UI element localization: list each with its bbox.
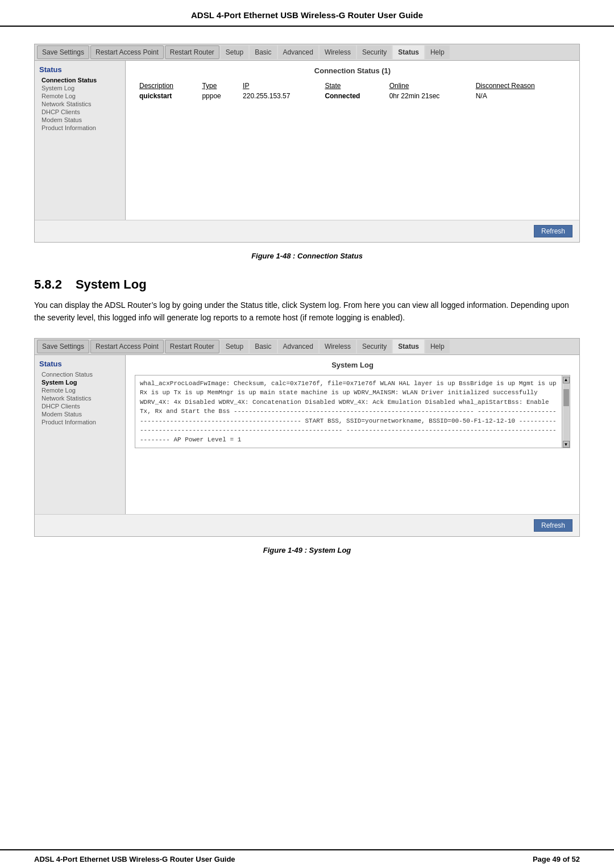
restart-router-btn[interactable]: Restart Router — [165, 45, 219, 59]
panel-body-2: Status Connection Status System Log Remo… — [35, 355, 579, 514]
scrollbar-thumb[interactable] — [563, 389, 569, 406]
col-disconnect: Disconnect Reason — [471, 81, 570, 91]
setup-tab[interactable]: Setup — [221, 45, 248, 59]
refresh-btn-1[interactable]: Refresh — [534, 225, 572, 237]
section-number: 5.8.2 — [34, 277, 62, 292]
status-tab-2[interactable]: Status — [393, 340, 424, 353]
sidebar-item-connection-status[interactable]: Connection Status — [39, 76, 121, 84]
connection-table: Description Type IP State Online Disconn… — [135, 81, 570, 101]
basic-tab-2[interactable]: Basic — [250, 340, 276, 353]
sidebar-item-product-info[interactable]: Product Information — [39, 124, 121, 132]
restart-router-btn-2[interactable]: Restart Router — [165, 340, 219, 353]
col-description: Description — [135, 81, 197, 91]
sidebar-title-2: Status — [39, 360, 121, 368]
system-log-panel: Save Settings Restart Access Point Resta… — [34, 338, 580, 537]
cell-online: 0hr 22min 21sec — [385, 91, 471, 101]
figure-2-caption: Figure 1-49 : System Log — [34, 546, 580, 554]
sidebar-item-2-network-stats[interactable]: Network Statistics — [39, 394, 121, 402]
section-title: System Log — [76, 277, 147, 292]
sidebar-item-2-remote-log[interactable]: Remote Log — [39, 386, 121, 394]
log-scrollbar[interactable]: ▲ ▼ — [562, 375, 570, 449]
security-tab[interactable]: Security — [357, 45, 392, 59]
cell-state: Connected — [320, 91, 384, 101]
wireless-tab[interactable]: Wireless — [320, 45, 356, 59]
scrollbar-up-btn[interactable]: ▲ — [563, 377, 570, 383]
nav-bar-2: Save Settings Restart Access Point Resta… — [35, 339, 579, 355]
scrollbar-down-btn[interactable]: ▼ — [563, 441, 570, 448]
sidebar-item-system-log[interactable]: System Log — [39, 84, 121, 92]
advanced-tab-2[interactable]: Advanced — [278, 340, 318, 353]
panel-body-1: Status Connection Status System Log Remo… — [35, 61, 579, 220]
restart-access-point-btn[interactable]: Restart Access Point — [90, 45, 164, 59]
footer-title: ADSL 4-Port Ethernet USB Wireless-G Rout… — [34, 855, 235, 863]
system-log-title: System Log — [135, 361, 570, 369]
page-header: ADSL 4-Port Ethernet USB Wireless-G Rout… — [0, 0, 614, 27]
help-tab[interactable]: Help — [425, 45, 450, 59]
nav-bar-1: Save Settings Restart Access Point Resta… — [35, 44, 579, 61]
save-settings-btn[interactable]: Save Settings — [37, 45, 89, 59]
basic-tab[interactable]: Basic — [250, 45, 276, 59]
cell-type: pppoe — [197, 91, 238, 101]
sidebar-item-2-connection-status[interactable]: Connection Status — [39, 370, 121, 378]
sidebar-item-2-product-info[interactable]: Product Information — [39, 418, 121, 426]
log-text-area[interactable]: whal_acxProcLoadFwImage: Checksum, calc=… — [135, 375, 562, 449]
page-header-title: ADSL 4-Port Ethernet USB Wireless-G Rout… — [191, 10, 423, 20]
refresh-btn-2[interactable]: Refresh — [534, 519, 572, 532]
main-content-2: System Log whal_acxProcLoadFwImage: Chec… — [126, 355, 579, 514]
footer-page: Page 49 of 52 — [533, 855, 580, 863]
col-state: State — [320, 81, 384, 91]
sidebar-item-remote-log[interactable]: Remote Log — [39, 92, 121, 100]
cell-description: quickstart — [135, 91, 197, 101]
col-type: Type — [197, 81, 238, 91]
sidebar-item-modem-status[interactable]: Modem Status — [39, 116, 121, 124]
sidebar-item-2-system-log[interactable]: System Log — [39, 378, 121, 386]
advanced-tab[interactable]: Advanced — [278, 45, 318, 59]
sidebar-2: Status Connection Status System Log Remo… — [35, 355, 126, 514]
log-wrapper: whal_acxProcLoadFwImage: Checksum, calc=… — [135, 375, 570, 449]
main-content-1: Connection Status (1) Description Type I… — [126, 61, 579, 220]
col-ip: IP — [238, 81, 320, 91]
scrollbar-track — [563, 383, 569, 441]
connection-status-title: Connection Status (1) — [135, 66, 570, 75]
save-settings-btn-2[interactable]: Save Settings — [37, 340, 89, 353]
restart-access-point-btn-2[interactable]: Restart Access Point — [90, 340, 164, 353]
wireless-tab-2[interactable]: Wireless — [320, 340, 356, 353]
connection-status-panel: Save Settings Restart Access Point Resta… — [34, 44, 580, 243]
help-tab-2[interactable]: Help — [425, 340, 450, 353]
cell-reason: N/A — [471, 91, 570, 101]
setup-tab-2[interactable]: Setup — [221, 340, 248, 353]
security-tab-2[interactable]: Security — [357, 340, 392, 353]
sidebar-1: Status Connection Status System Log Remo… — [35, 61, 126, 220]
sidebar-item-dhcp-clients[interactable]: DHCP Clients — [39, 108, 121, 116]
sidebar-item-2-modem-status[interactable]: Modem Status — [39, 410, 121, 418]
col-online: Online — [385, 81, 471, 91]
sidebar-item-network-stats[interactable]: Network Statistics — [39, 100, 121, 108]
sidebar-item-2-dhcp-clients[interactable]: DHCP Clients — [39, 402, 121, 410]
section-heading-area: 5.8.2 System Log You can display the ADS… — [34, 277, 580, 324]
status-tab[interactable]: Status — [393, 45, 424, 59]
section-paragraph: You can display the ADSL Router’s log by… — [34, 299, 580, 324]
cell-ip: 220.255.153.57 — [238, 91, 320, 101]
table-row: quickstart pppoe 220.255.153.57 Connecte… — [135, 91, 570, 101]
figure-1-caption: Figure 1-48 : Connection Status — [34, 252, 580, 260]
sidebar-title: Status — [39, 65, 121, 74]
